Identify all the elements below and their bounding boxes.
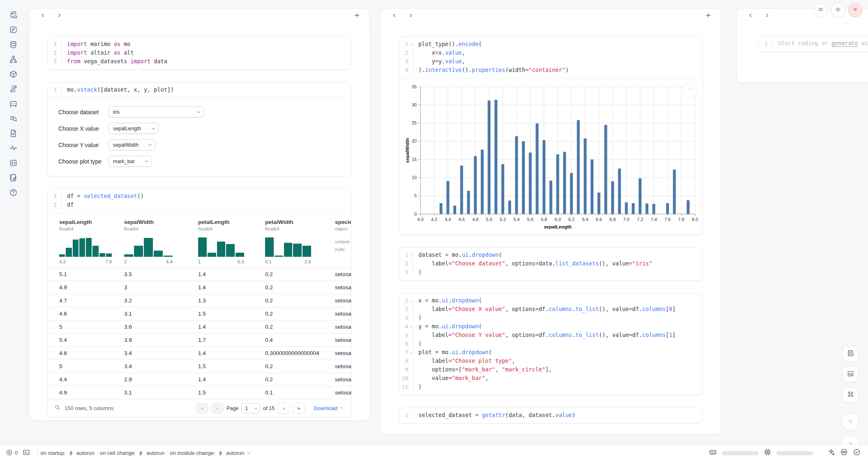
sidebar-help-button[interactable] bbox=[6, 186, 21, 201]
chart-menu-button[interactable] bbox=[683, 83, 697, 97]
sidebar-activity-button[interactable] bbox=[6, 141, 21, 156]
sidebar-chat-bot-button[interactable] bbox=[6, 97, 21, 112]
table-column-header[interactable]: petalLengthfloat6416.9 bbox=[193, 213, 260, 267]
sidebar-document-button[interactable] bbox=[6, 127, 21, 141]
table-column-header[interactable]: petalWidthfloat640.12.5 bbox=[260, 213, 330, 267]
code-cell-dataset-dropdown[interactable]: 1∨dataset = mo.ui.dropdown(2∨ label="Cho… bbox=[399, 247, 703, 281]
table-row[interactable]: 4.93.11.50.1setosa bbox=[48, 386, 351, 399]
panel-back-button[interactable] bbox=[745, 11, 756, 22]
code-line: 2∨ label="Choose dataset", options=data.… bbox=[399, 260, 698, 268]
table-row[interactable]: 4.42.91.40.2setosa bbox=[48, 373, 351, 386]
table-row[interactable]: 4.73.21.30.2setosa bbox=[48, 294, 351, 307]
choose-y-value-select[interactable]: sepalWidth bbox=[108, 139, 155, 150]
panel-forward-button[interactable] bbox=[54, 11, 65, 22]
table-column-header[interactable]: sepalLengthfloat644.37.9 bbox=[54, 213, 119, 267]
stop-button[interactable] bbox=[842, 413, 859, 431]
table-column-header[interactable]: sepalWidthfloat6424.4 bbox=[119, 213, 193, 267]
table-row[interactable]: 4.63.41.40.3000000000000004setosa bbox=[48, 346, 351, 360]
fold-chevron-icon[interactable]: ∨ bbox=[408, 297, 412, 305]
code-editor[interactable]: 1∨x = mo.ui.dropdown(2∨ label="Choose X … bbox=[399, 293, 702, 395]
code-cell-xy-plot-dropdowns[interactable]: 1∨x = mo.ui.dropdown(2∨ label="Choose X … bbox=[399, 293, 703, 395]
layout-button[interactable] bbox=[843, 366, 858, 382]
terminal-button[interactable] bbox=[23, 449, 30, 457]
add-cell-button[interactable] bbox=[703, 11, 713, 22]
fold-chevron-icon[interactable]: ∨ bbox=[408, 41, 412, 49]
table-cell: 1.7 bbox=[193, 334, 260, 346]
code-placeholder[interactable]: Start coding or generate with AI bbox=[773, 39, 868, 48]
sidebar-scratchpad-button[interactable] bbox=[6, 171, 21, 186]
runtime-config-1[interactable]: on cell change:autorun bbox=[100, 450, 165, 456]
table-row[interactable]: 53.61.40.2setosa bbox=[48, 320, 351, 333]
download-button[interactable]: Download bbox=[314, 405, 344, 411]
table-row[interactable]: 53.41.50.2setosa bbox=[48, 360, 351, 373]
last-page-button[interactable]: » bbox=[293, 403, 305, 414]
code-editor[interactable]: 1∨df = selected_dataset()2∨df bbox=[48, 189, 351, 213]
errors-indicator[interactable]: 0 bbox=[6, 449, 18, 457]
copilot-button[interactable] bbox=[840, 448, 848, 458]
table-row[interactable]: 5.13.51.40.2setosa bbox=[48, 267, 351, 281]
code-cell-dataframe[interactable]: 1∨df = selected_dataset()2∨df sepalLengt… bbox=[47, 189, 351, 417]
panel-toolbar bbox=[381, 9, 721, 24]
fold-chevron-icon[interactable]: ∨ bbox=[408, 349, 412, 357]
next-page-button[interactable]: › bbox=[277, 403, 290, 414]
column-histogram[interactable] bbox=[59, 236, 112, 257]
memory-meter bbox=[722, 451, 759, 455]
settings-button[interactable] bbox=[831, 3, 845, 17]
sidebar-file-tree-button[interactable] bbox=[6, 8, 21, 23]
chevron-down-icon bbox=[339, 405, 344, 411]
choose-plot-type-select[interactable]: mark_bar bbox=[108, 156, 152, 167]
code-editor[interactable]: 1∨plot_type().encode(2∨ x=x.value,3∨ y=y… bbox=[399, 37, 702, 78]
sidebar-function-button[interactable] bbox=[6, 23, 21, 38]
column-histogram[interactable] bbox=[198, 236, 244, 257]
runtime-config-2[interactable]: on module change:autorun bbox=[170, 450, 252, 456]
sidebar-logs-button[interactable] bbox=[6, 82, 21, 97]
ai-assist-button[interactable] bbox=[827, 448, 835, 458]
connection-status-button[interactable] bbox=[853, 448, 861, 458]
line-number: 1∨ bbox=[759, 39, 773, 48]
code-editor[interactable]: 1∨ Start coding or generate with AI bbox=[759, 36, 868, 51]
bar-chart[interactable]: 4.04.24.44.64.85.05.25.45.65.86.06.26.46… bbox=[404, 83, 698, 233]
fold-chevron-icon[interactable]: ∨ bbox=[408, 252, 412, 260]
command-button[interactable] bbox=[843, 387, 858, 403]
sidebar-package-button[interactable] bbox=[6, 67, 21, 82]
panel-forward-button[interactable] bbox=[762, 11, 772, 22]
panel-back-button[interactable] bbox=[37, 11, 48, 22]
code-editor[interactable]: 1∨mo.vstack([dataset, x, y, plot]) bbox=[48, 83, 351, 98]
table-row[interactable]: 5.43.91.70.4setosa bbox=[48, 333, 351, 346]
add-cell-button[interactable] bbox=[351, 11, 362, 22]
error-count: 0 bbox=[15, 450, 18, 456]
scratchpad-icon bbox=[9, 173, 18, 184]
first-page-button[interactable]: « bbox=[196, 403, 208, 414]
save-button[interactable] bbox=[843, 346, 858, 362]
code-cell-plot[interactable]: 1∨plot_type().encode(2∨ x=x.value,3∨ y=y… bbox=[399, 37, 703, 235]
sidebar-database-button[interactable] bbox=[6, 38, 21, 53]
table-column-header[interactable]: speciesobjectunique:nulls: bbox=[330, 213, 351, 267]
panel-forward-button[interactable] bbox=[405, 11, 416, 22]
prev-page-button[interactable]: ‹ bbox=[211, 403, 224, 414]
choose-x-value-select[interactable]: sepalLength bbox=[108, 123, 159, 134]
column-histogram[interactable] bbox=[124, 236, 173, 257]
code-line: 1∨plot_type().encode( bbox=[399, 40, 698, 49]
runtime-config-0[interactable]: on startup:autorun bbox=[40, 450, 95, 456]
sidebar-dep-graph-button[interactable] bbox=[6, 53, 21, 67]
code-cell-selected-dataset[interactable]: 1∨selected_dataset = getattr(data, datas… bbox=[399, 408, 703, 424]
column-histogram[interactable] bbox=[265, 236, 311, 257]
menu-button[interactable] bbox=[814, 3, 828, 17]
search-icon[interactable] bbox=[54, 404, 60, 412]
sidebar-list-search-button[interactable] bbox=[6, 112, 21, 127]
page-select[interactable]: 1 bbox=[241, 403, 260, 413]
choose-dataset-select[interactable]: iris bbox=[108, 106, 204, 118]
code-cell-vstack[interactable]: 1∨mo.vstack([dataset, x, y, plot]) Choos… bbox=[47, 82, 351, 176]
table-row[interactable]: 4.63.11.50.2setosa bbox=[48, 307, 351, 320]
empty-code-cell[interactable]: 1∨ Start coding or generate with AI bbox=[758, 36, 868, 52]
table-row[interactable]: 4.931.40.2setosa bbox=[48, 281, 351, 294]
sidebar-snippets-button[interactable] bbox=[6, 156, 21, 171]
fold-chevron-icon[interactable]: ∨ bbox=[408, 323, 412, 331]
svg-text:4.6: 4.6 bbox=[459, 217, 465, 222]
code-cell-imports[interactable]: 1∨import marimo as mo2∨import altair as … bbox=[47, 37, 351, 70]
code-editor[interactable]: 1∨dataset = mo.ui.dropdown(2∨ label="Cho… bbox=[399, 248, 702, 280]
code-editor[interactable]: 1∨selected_dataset = getattr(data, datas… bbox=[399, 408, 702, 423]
code-editor[interactable]: 1∨import marimo as mo2∨import altair as … bbox=[48, 37, 351, 69]
panel-back-button[interactable] bbox=[389, 11, 399, 22]
close-button[interactable] bbox=[848, 3, 862, 17]
